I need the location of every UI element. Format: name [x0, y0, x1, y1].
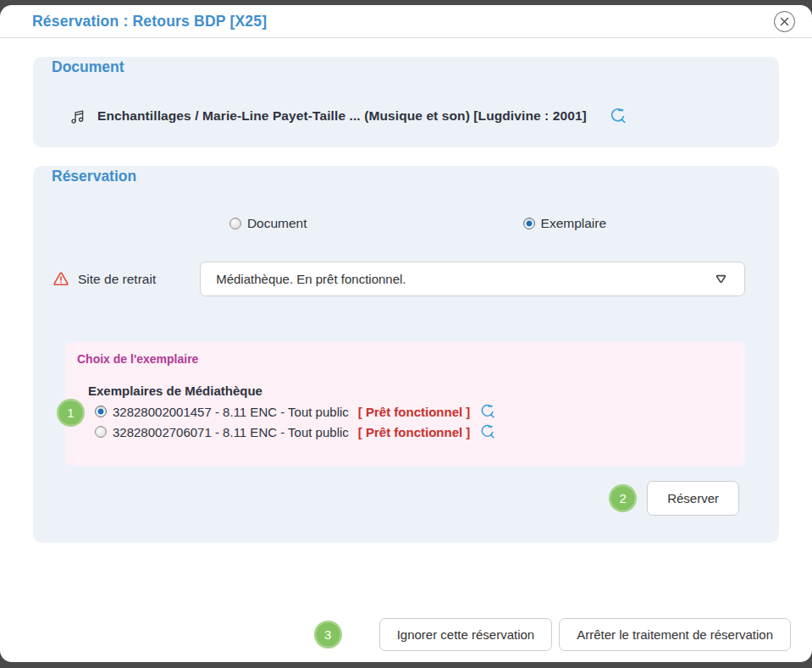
exemplaire-2-radio[interactable]: [95, 426, 107, 438]
radio-option-exemplaire[interactable]: Exemplaire: [523, 216, 607, 231]
search-refresh-icon[interactable]: [479, 423, 496, 440]
ignorer-reservation-button[interactable]: Ignorer cette réservation: [379, 618, 553, 651]
site-select-value: Médiathèque. En prêt fonctionnel.: [216, 272, 713, 286]
exemplaire-radio[interactable]: [523, 218, 535, 229]
dialog-footer: 3 Ignorer cette réservation Arrêter le t…: [0, 618, 812, 662]
document-title: Enchantillages / Marie-Line Payet-Taille…: [97, 108, 587, 124]
step-badge-3: 3: [314, 621, 342, 649]
exemplaires-group-label: Exemplaires de Médiathèque: [88, 384, 733, 398]
document-radio[interactable]: [229, 218, 241, 229]
document-row: Enchantillages / Marie-Line Payet-Taille…: [69, 107, 760, 125]
step-badge-2: 2: [609, 484, 637, 512]
exemplaire-2-label: 32828002706071 - 8.11 ENC - Tout public: [113, 425, 349, 439]
search-refresh-icon[interactable]: [479, 403, 496, 420]
close-button[interactable]: [774, 11, 795, 32]
exemplaire-option-2[interactable]: 32828002706071 - 8.11 ENC - Tout public …: [95, 423, 733, 440]
warning-triangle-icon: [52, 270, 70, 289]
chevron-down-icon: [713, 271, 729, 287]
site-de-retrait-label: Site de retrait: [78, 272, 156, 287]
reserver-button[interactable]: Réserver: [647, 481, 739, 516]
reservation-dialog: Réservation : Retours BDP [X25] Document: [0, 5, 812, 662]
choice-heading: Choix de l'exemplaire: [77, 352, 733, 366]
exemplaire-1-label: 32828002001457 - 8.11 ENC - Tout public: [113, 405, 349, 419]
close-icon: [780, 17, 789, 26]
reservation-type-row: Document Exemplaire: [64, 216, 772, 231]
dialog-content: Document Enchantillages / Marie-Line Pay…: [0, 38, 812, 618]
document-radio-label: Document: [247, 216, 307, 231]
exemplaire-2-status: [ Prêt fonctionnel ]: [358, 425, 471, 439]
dialog-header: Réservation : Retours BDP [X25]: [0, 5, 812, 38]
step-badge-1: 1: [57, 399, 85, 427]
choice-panel: 1 Choix de l'exemplaire Exemplaires de M…: [65, 342, 745, 466]
exemplaire-radio-label: Exemplaire: [541, 216, 607, 231]
arreter-traitement-button[interactable]: Arrêter le traitement de réservation: [559, 618, 791, 651]
music-note-icon: [69, 108, 86, 125]
dialog-title: Réservation : Retours BDP [X25]: [32, 13, 267, 30]
exemplaire-1-status: [ Prêt fonctionnel ]: [358, 405, 471, 419]
reservation-heading: Réservation: [52, 168, 136, 185]
search-refresh-icon[interactable]: [609, 107, 627, 125]
site-de-retrait-row: Site de retrait Médiathèque. En prêt fon…: [52, 262, 760, 296]
exemplaire-option-1[interactable]: 32828002001457 - 8.11 ENC - Tout public …: [95, 403, 733, 420]
document-heading: Document: [52, 58, 124, 76]
radio-option-document[interactable]: Document: [229, 216, 307, 231]
reservation-panel: Réservation Document Exemplaire: [33, 166, 779, 543]
exemplaire-1-radio[interactable]: [95, 406, 107, 417]
document-panel: Document Enchantillages / Marie-Line Pay…: [33, 57, 779, 147]
site-de-retrait-select[interactable]: Médiathèque. En prêt fonctionnel.: [200, 262, 745, 296]
reserve-row: 2 Réserver: [52, 481, 760, 516]
